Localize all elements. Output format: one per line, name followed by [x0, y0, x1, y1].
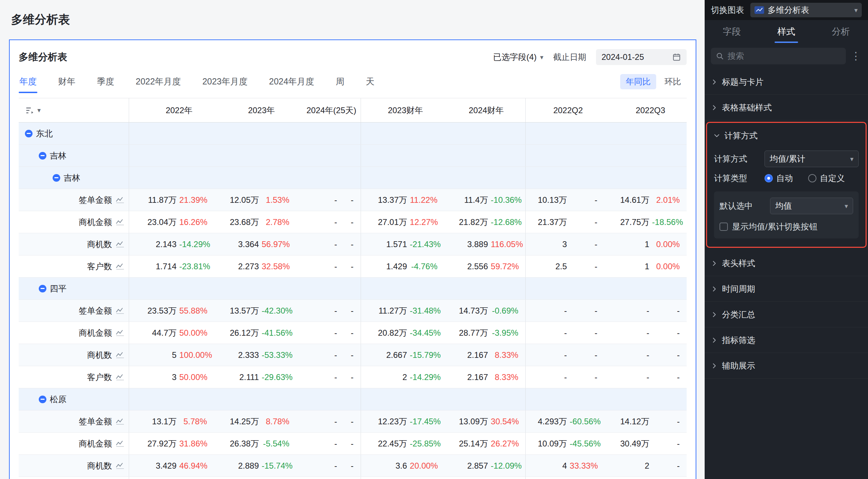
sparkline-icon[interactable]: [116, 219, 125, 226]
cell-percent: 100.00%: [179, 344, 214, 366]
metric-row: 签单金额13.1万5.78%14.25万8.78%--12.23万-17.45%…: [19, 410, 687, 433]
cell-value: -: [296, 211, 340, 233]
cell-percent: [262, 123, 296, 145]
cell-value: [361, 167, 410, 189]
tab-fields[interactable]: 字段: [720, 20, 744, 43]
widget-title: 多维分析表: [19, 51, 67, 64]
cell-value: -: [604, 300, 652, 322]
chart-select-dropdown[interactable]: 多维分析表 ▾: [750, 3, 862, 17]
radio-custom[interactable]: 自定义: [808, 173, 845, 184]
tab-2024-monthly[interactable]: 2024年月度: [268, 70, 315, 93]
cell-percent: 8.33%: [491, 366, 525, 388]
sparkline-icon[interactable]: [116, 197, 125, 204]
tab-style[interactable]: 样式: [775, 20, 798, 43]
metric-label: 商机数: [87, 460, 112, 471]
tab-day[interactable]: 天: [365, 70, 375, 93]
sparkline-icon[interactable]: [116, 263, 125, 270]
group-label: 松原: [50, 394, 66, 405]
sparkline-icon[interactable]: [116, 352, 125, 359]
section-label: 表格基础样式: [722, 102, 772, 113]
cell-percent: [340, 145, 361, 167]
cell-percent: 2.01%: [652, 189, 687, 211]
cell-percent: [262, 388, 296, 410]
sparkline-icon[interactable]: [116, 418, 125, 425]
cell-value: [525, 145, 570, 167]
deadline-date-input[interactable]: 2024-01-25: [596, 49, 687, 65]
cell-value: [361, 145, 410, 167]
cell-percent: [570, 145, 604, 167]
search-box[interactable]: [711, 48, 846, 64]
cell-percent: 59.72%: [491, 255, 525, 278]
cell-percent: -: [570, 255, 604, 278]
collapse-minus-icon[interactable]: [39, 152, 46, 160]
sidebar-section-calc-method[interactable]: 计算方式: [707, 123, 866, 148]
default-selection-value: 均值: [775, 200, 792, 211]
cell-value: 14.73万: [444, 300, 491, 322]
app-screen: 多维分析表 多维分析表 已选字段(4) ▾ 截止日期 2024-01-25: [0, 0, 868, 479]
tab-week[interactable]: 周: [335, 70, 345, 93]
cell-value: [214, 145, 262, 167]
sidebar-section-title-card[interactable]: 标题与卡片: [705, 69, 868, 95]
sidebar-section-time-period[interactable]: 时间周期: [705, 276, 868, 302]
sidebar-section-category-summary[interactable]: 分类汇总: [705, 302, 868, 327]
sparkline-icon[interactable]: [116, 329, 125, 336]
cell-percent: -34.45%: [410, 322, 444, 344]
show-toggle-checkbox[interactable]: [720, 223, 728, 231]
tab-2022-monthly[interactable]: 2022年月度: [135, 70, 182, 93]
sparkline-icon[interactable]: [116, 440, 125, 447]
sparkline-icon[interactable]: [116, 241, 125, 248]
tab-year[interactable]: 年度: [19, 70, 37, 93]
cell-percent: 11.22%: [410, 189, 444, 211]
sparkline-icon[interactable]: [116, 374, 125, 381]
cell-percent: -: [340, 455, 361, 477]
metric-label: 签单金额: [79, 305, 112, 316]
compare-toggle: 年同比 环比: [620, 74, 687, 89]
mom-button[interactable]: 环比: [659, 74, 687, 89]
cell-percent: [491, 388, 525, 410]
tree-cell: 吉林: [19, 167, 129, 189]
sidebar-section-header-style[interactable]: 表头样式: [705, 251, 868, 276]
sparkline-icon[interactable]: [116, 307, 125, 314]
tab-analysis[interactable]: 分析: [829, 20, 852, 43]
group-row: 松原: [19, 388, 687, 410]
sidebar-section-auxiliary-display[interactable]: 辅助展示: [705, 353, 868, 379]
tab-2023-monthly[interactable]: 2023年月度: [202, 70, 248, 93]
cell-value: [604, 145, 652, 167]
cell-value: 5: [129, 344, 179, 366]
cell-value: 2.111: [214, 477, 262, 479]
sidebar-section-table-base-style[interactable]: 表格基础样式: [705, 95, 868, 120]
selected-fields-dropdown[interactable]: 已选字段(4) ▾: [493, 52, 543, 63]
cell-percent: [652, 388, 687, 410]
widget-header: 多维分析表 已选字段(4) ▾ 截止日期 2024-01-25: [10, 40, 696, 65]
cell-percent: -: [570, 366, 604, 388]
tree-cell: 签单金额: [19, 189, 129, 211]
cell-value: 1.571: [361, 233, 410, 255]
tree-outline-icon[interactable]: [25, 106, 34, 115]
cell-value: [525, 167, 570, 189]
cell-percent: 116.05%: [491, 233, 525, 255]
tree-dropdown-caret[interactable]: ▾: [37, 107, 41, 114]
default-selection-label: 默认选中: [720, 200, 764, 211]
default-selection-select[interactable]: 均值 ▾: [770, 198, 853, 214]
sparkline-icon[interactable]: [116, 462, 125, 469]
more-options-icon[interactable]: ⋮: [850, 51, 862, 61]
cell-value: 1.714: [129, 255, 179, 278]
calc-method-select[interactable]: 均值/累计 ▾: [765, 151, 859, 167]
cell-value: 23.04万: [129, 211, 179, 233]
collapse-minus-icon[interactable]: [39, 285, 46, 292]
group-label: 吉林: [64, 172, 80, 183]
radio-auto[interactable]: 自动: [765, 173, 793, 184]
tree-cell: 客户数: [19, 366, 129, 388]
collapse-minus-icon[interactable]: [53, 174, 60, 182]
tab-quarter[interactable]: 季度: [96, 70, 115, 93]
tree-cell: 四平: [19, 278, 129, 300]
group-row: 东北: [19, 123, 687, 145]
sidebar-section-metric-filter[interactable]: 指标筛选: [705, 327, 868, 353]
cell-percent: -: [340, 300, 361, 322]
tab-fiscal-year[interactable]: 财年: [57, 70, 76, 93]
yoy-button[interactable]: 年同比: [620, 74, 656, 89]
search-input[interactable]: [727, 51, 841, 61]
collapse-minus-icon[interactable]: [25, 130, 33, 137]
deadline-label: 截止日期: [553, 52, 586, 63]
collapse-minus-icon[interactable]: [39, 396, 46, 403]
